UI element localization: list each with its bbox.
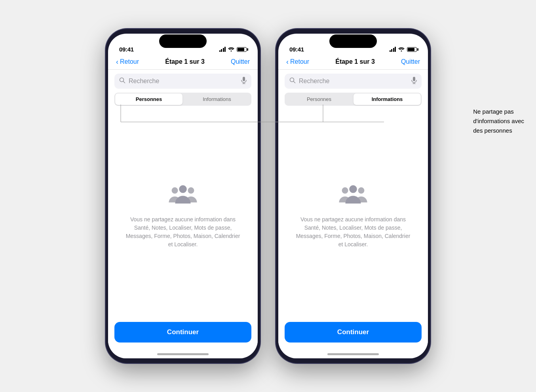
empty-text-left: Vous ne partagez aucune information dans… <box>124 215 242 249</box>
screen-right: 09:41 <box>278 34 428 358</box>
annotation-line1: Ne partage pas <box>473 108 514 115</box>
seg-informations-left[interactable]: Informations <box>183 93 251 105</box>
svg-point-5 <box>172 187 178 194</box>
seg-personnes-left[interactable]: Personnes <box>115 93 182 105</box>
svg-point-14 <box>358 187 364 194</box>
svg-point-13 <box>342 187 348 194</box>
back-label-left: Retour <box>120 58 139 65</box>
nav-title-right: Étape 1 sur 3 <box>335 58 375 65</box>
iphone-right: 09:41 <box>276 29 430 363</box>
iphone-left: 09:41 <box>106 29 260 363</box>
scene: 09:41 <box>0 0 536 392</box>
nav-bar-right: ‹ Retour Étape 1 sur 3 Quitter <box>278 55 428 70</box>
app-content-left: ‹ Retour Étape 1 sur 3 Quitter Recherche <box>108 55 258 358</box>
wifi-icon-left <box>228 46 234 53</box>
svg-point-7 <box>179 185 187 193</box>
nav-bar-left: ‹ Retour Étape 1 sur 3 Quitter <box>108 55 258 70</box>
empty-state-left: Vous ne partagez aucune information dans… <box>108 110 258 322</box>
back-button-left[interactable]: ‹ Retour <box>116 58 139 65</box>
wifi-icon-right <box>398 46 405 53</box>
screen-left: 09:41 <box>108 34 258 358</box>
segmented-control-left: Personnes Informations <box>114 93 251 106</box>
battery-icon-left <box>237 47 247 52</box>
signal-icon-right <box>390 47 396 52</box>
dynamic-island-right <box>329 34 377 48</box>
time-left: 09:41 <box>119 46 134 53</box>
svg-line-1 <box>124 82 125 83</box>
search-icon-right <box>289 77 296 85</box>
mic-icon-left <box>241 77 247 86</box>
battery-icon-right <box>407 47 417 52</box>
svg-line-9 <box>294 82 295 83</box>
search-placeholder-right: Recherche <box>299 78 408 85</box>
home-indicator-left <box>157 353 209 355</box>
svg-point-15 <box>349 185 357 193</box>
svg-rect-2 <box>243 77 245 81</box>
dynamic-island-left <box>159 34 207 48</box>
quit-button-right[interactable]: Quitter <box>401 58 420 65</box>
app-content-right: ‹ Retour Étape 1 sur 3 Quitter Recherche <box>278 55 428 358</box>
search-bar-left[interactable]: Recherche <box>114 74 251 89</box>
time-right: 09:41 <box>289 46 304 53</box>
people-icon-right <box>337 184 369 207</box>
seg-personnes-right[interactable]: Personnes <box>285 93 353 105</box>
signal-icon-left <box>219 47 226 52</box>
status-icons-right <box>390 46 417 53</box>
svg-rect-10 <box>413 77 415 81</box>
continue-button-left[interactable]: Continuer <box>114 322 251 343</box>
back-chevron-left: ‹ <box>116 58 118 65</box>
empty-text-right: Vous ne partagez aucune information dans… <box>294 215 412 249</box>
annotation-line3: des personnes <box>473 127 512 134</box>
back-label-right: Retour <box>290 58 309 65</box>
home-indicator-right <box>327 353 379 355</box>
search-placeholder-left: Recherche <box>129 78 238 85</box>
nav-title-left: Étape 1 sur 3 <box>165 58 205 65</box>
search-bar-right[interactable]: Recherche <box>285 74 422 89</box>
status-icons-left <box>219 46 247 53</box>
search-icon-left <box>119 77 125 85</box>
people-icon-left <box>167 184 199 207</box>
back-button-right[interactable]: ‹ Retour <box>286 58 309 65</box>
svg-point-6 <box>188 187 194 194</box>
segmented-control-right: Personnes Informations <box>285 93 422 106</box>
empty-state-right: Vous ne partagez aucune information dans… <box>278 110 428 322</box>
continue-button-right[interactable]: Continuer <box>285 322 422 343</box>
annotation-text: Ne partage pas d'informations avec des p… <box>473 107 524 135</box>
annotation-line2: d'informations avec <box>473 118 524 124</box>
annotation-connector <box>0 0 536 392</box>
mic-icon-right <box>411 77 417 86</box>
quit-button-left[interactable]: Quitter <box>231 58 250 65</box>
seg-informations-right[interactable]: Informations <box>354 93 421 105</box>
back-chevron-right: ‹ <box>286 58 289 65</box>
